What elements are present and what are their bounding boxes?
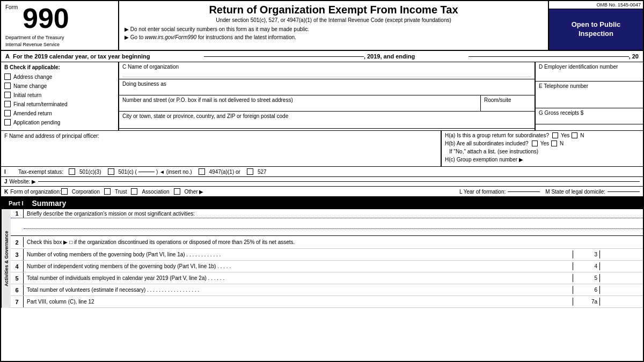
city-label: City or town, state or province, country… [122, 113, 288, 119]
form-label: Form [5, 4, 18, 10]
col-h: H(a) Is this a group return for subordin… [442, 131, 643, 166]
checkbox-501c[interactable] [108, 168, 114, 175]
hb-yes-checkbox[interactable] [532, 141, 538, 146]
row-1-num: 1 [11, 209, 24, 218]
org-name-input[interactable] [122, 70, 531, 77]
street-label: Number and street (or P.O. box if mail i… [122, 97, 293, 103]
501c-insert-field[interactable] [138, 172, 155, 172]
instruction1: ▶ Do not enter social security numbers o… [125, 25, 543, 33]
city-row: City or town, state or province, country… [119, 112, 535, 129]
year-of-formation-input[interactable] [508, 191, 540, 192]
ha-yes-label: Yes [561, 132, 569, 138]
row-5-val-label: 5 [573, 274, 600, 282]
website-input[interactable] [38, 181, 640, 182]
form-number-block: Form 990 Department of the Treasury Inte… [1, 1, 119, 50]
l-section: L Year of formation: [459, 189, 540, 195]
row-3-num: 3 [11, 249, 24, 260]
part-i-header: Part I Summary [1, 197, 643, 209]
application-pending-label: Application pending [13, 120, 60, 125]
row-1-input-line[interactable] [24, 218, 644, 229]
col-d-e: D Employer identification number E Telep… [536, 62, 643, 130]
org-name-row: C Name of organization [119, 62, 535, 79]
checkbox-final-return-box[interactable] [4, 101, 11, 107]
checkbox-other[interactable] [174, 188, 180, 195]
summary-section: Activities & Governance 1 Briefly descri… [1, 209, 643, 308]
open-public-label: Open to Public [572, 20, 621, 29]
row-j-text: Website: ▶ [10, 179, 36, 184]
summary-row-6: 6 Total number of volunteers (estimate i… [11, 284, 643, 296]
row-6-val-label: 6 [573, 286, 600, 294]
hc-label: H(c) Group exemption number ▶ [445, 157, 523, 162]
form-990: 990 [23, 4, 114, 32]
part-i-title: Summary [32, 199, 67, 208]
checkbox-trust[interactable] [104, 188, 111, 195]
checkbox-assoc[interactable] [131, 188, 137, 195]
ha-yes-checkbox[interactable] [552, 132, 558, 138]
sidebar-vertical: Activities & Governance [1, 209, 11, 308]
checkbox-final-return[interactable]: Final return/terminated [4, 101, 115, 107]
checkbox-527[interactable] [247, 168, 253, 175]
checkbox-address-change-box[interactable] [4, 73, 11, 80]
header-right: OMB No. 1545-0047 Open to Public Inspect… [549, 1, 643, 50]
checkbox-name-change-box[interactable] [4, 83, 11, 89]
tax-opt-501c3[interactable]: 501(c)(3) [69, 168, 101, 175]
instruction2: ▶ Go to www.irs.gov/Form990 for instruct… [125, 33, 543, 41]
label-other: Other ▶ [185, 189, 204, 195]
row-7-desc: Part VIII, column (C), line 12 [24, 298, 573, 306]
k-opt-corp[interactable]: Corporation [61, 188, 100, 195]
row-1-desc: Briefly describe the organization's miss… [24, 210, 198, 218]
checkbox-name-change[interactable]: Name change [4, 83, 115, 89]
tax-opt-501c[interactable]: 501(c) ( ) ◄ (insert no.) [108, 168, 192, 175]
initial-return-label: Initial return [13, 92, 41, 98]
hb-no-label: N [560, 141, 564, 146]
row-6-num: 6 [11, 284, 24, 295]
h-row-b: H(b) Are all subordinates included? Yes … [445, 141, 640, 146]
row-5-num: 5 [11, 272, 24, 284]
label-insert: ) ◄ (insert no.) [156, 169, 192, 175]
hb-label: H(b) Are all subordinates included? [445, 141, 529, 146]
row-a-date-field[interactable] [204, 56, 364, 57]
checkbox-application-pending-box[interactable] [4, 119, 11, 125]
k-opt-assoc[interactable]: Association [131, 188, 169, 195]
checkbox-501c3[interactable] [69, 168, 75, 175]
checkbox-initial-return[interactable]: Initial return [4, 92, 115, 98]
row-a-text: For the 2019 calendar year, or tax year … [13, 53, 150, 60]
summary-row-4: 4 Number of independent voting members o… [11, 261, 643, 272]
checkbox-address-change[interactable]: Address change [4, 73, 115, 80]
subtitle: Under section 501(c), 527, or 4947(a)(1)… [125, 17, 543, 23]
row-a-label: A [5, 53, 10, 60]
summary-content: 1 Briefly describe the organization's mi… [11, 209, 643, 308]
summary-row-1: 1 Briefly describe the organization's mi… [11, 209, 643, 236]
row-j: J Website: ▶ [1, 177, 643, 187]
ha-no-checkbox[interactable] [572, 132, 577, 138]
k-opt-other[interactable]: Other ▶ [174, 188, 204, 195]
hc-note: If "No," attach a list. (see instruction… [449, 149, 538, 154]
tax-opt-527[interactable]: 527 [247, 168, 267, 175]
row-a-end-date-field[interactable] [469, 56, 628, 57]
row-k: K Form of organization: Corporation Trus… [1, 187, 643, 197]
rows-fh: F Name and address of principal officer:… [1, 131, 643, 167]
checkbox-amended-return-box[interactable] [4, 110, 11, 116]
omb-number: OMB No. 1545-0047 [549, 1, 643, 9]
col-e-label: E Telephone number [539, 83, 588, 89]
checkbox-amended-return[interactable]: Amended return [4, 110, 115, 116]
label-trust: Trust [115, 189, 127, 195]
row-2-num: 2 [11, 237, 24, 247]
tax-options: 501(c)(3) 501(c) ( ) ◄ (insert no.) 4947… [69, 168, 267, 175]
hb-no-checkbox[interactable] [551, 141, 557, 146]
state-domicile-input[interactable] [608, 191, 640, 192]
row-7-val-label: 7a [573, 298, 600, 306]
k-opt-trust[interactable]: Trust [104, 188, 127, 195]
row-2-desc: Check this box ▶ □ if the organization d… [24, 238, 643, 246]
row-a-year: , 2019, and ending [364, 53, 415, 60]
amended-return-label: Amended return [13, 110, 52, 116]
checkbox-application-pending[interactable]: Application pending [4, 119, 115, 125]
l-label: L Year of formation: [459, 189, 506, 195]
rows-bc: B Check if applicable: Address change Na… [1, 62, 643, 131]
m-section: M State of legal domicile: [545, 189, 640, 195]
tax-opt-4947[interactable]: 4947(a)(1) or [199, 168, 240, 175]
row-i-label: I [4, 169, 14, 175]
checkbox-4947[interactable] [199, 168, 205, 175]
checkbox-initial-return-box[interactable] [4, 92, 11, 98]
checkbox-corp[interactable] [61, 188, 68, 195]
